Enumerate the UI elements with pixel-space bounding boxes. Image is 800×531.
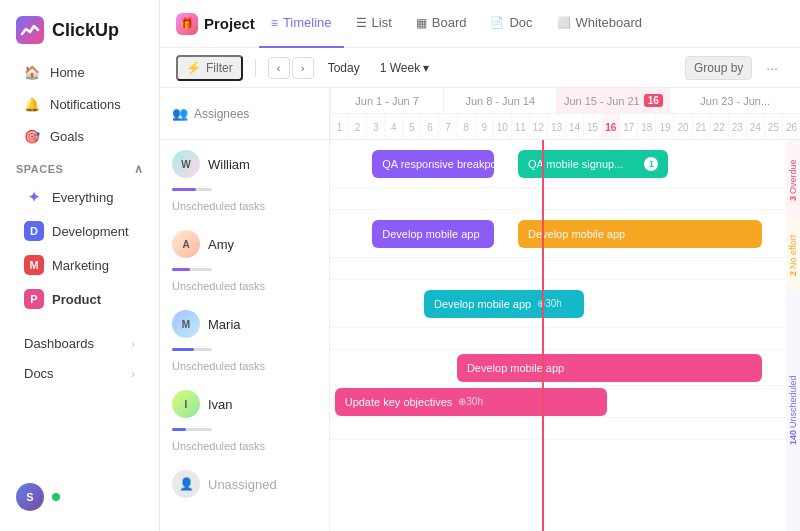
sidebar-item-notifications[interactable]: 🔔 Notifications [8,89,151,119]
maria-progress-bar [172,348,212,351]
prev-date-button[interactable]: ‹ [268,57,290,79]
date-range-1: Jun 1 - Jun 7 [330,88,443,113]
unassigned-name: Unassigned [208,477,277,492]
sidebar-footer: S [0,475,159,519]
list-tab-label: List [372,15,392,30]
ivan-progress-fill [172,428,186,431]
home-label: Home [50,65,85,80]
spaces-header: Spaces ∧ [0,152,159,180]
dashboards-label: Dashboards [24,336,94,351]
tab-board[interactable]: ▦ Board [404,0,479,48]
ivan-task-1[interactable]: Develop mobile app [457,354,763,382]
assignee-maria-row[interactable]: M Maria [160,300,329,348]
maria-unscheduled: Unscheduled tasks [160,357,329,380]
docs-expand-icon: › [131,368,135,380]
day-cell-4: 4 [384,114,402,140]
sidebar-item-everything[interactable]: Everything [8,181,151,213]
amy-unscheduled: Unscheduled tasks [160,277,329,300]
unscheduled-side-label: 140 Unscheduled [786,290,800,531]
maria-task-1-label: Develop mobile app [434,298,531,310]
tab-timeline[interactable]: ≡ Timeline [259,0,344,48]
next-date-button[interactable]: › [292,57,314,79]
goals-label: Goals [50,129,84,144]
day-cell-1: 1 [330,114,348,140]
ivan-name: Ivan [208,397,233,412]
day-cell-24: 24 [746,114,764,140]
today-button[interactable]: Today [322,58,366,78]
ivan-unscheduled: Unscheduled tasks [160,437,329,460]
docs-label: Docs [24,366,54,381]
more-options-button[interactable]: ··· [760,58,784,78]
assignee-amy-row[interactable]: A Amy [160,220,329,268]
toolbar-divider-1 [255,59,256,77]
main-content: 🎁 Project ≡ Timeline ☰ List ▦ Board 📄 Do… [160,0,800,531]
sidebar-item-home[interactable]: 🏠 Home [8,57,151,87]
day-cell-22: 22 [710,114,728,140]
day-cell-14: 14 [565,114,583,140]
overdue-label: 3 Overdue [786,140,800,220]
amy-progress-bar [172,268,212,271]
doc-tab-icon: 📄 [490,16,504,29]
day-cell-11: 11 [511,114,529,140]
william-task-1[interactable]: QA responsive breakpoints ⊕30h [372,150,494,178]
day-cell-17: 17 [619,114,637,140]
amy-task-1[interactable]: Develop mobile app [372,220,494,248]
bell-icon: 🔔 [24,96,40,112]
maria-avatar: M [172,310,200,338]
amy-name: Amy [208,237,234,252]
amy-progress-fill [172,268,190,271]
assignee-ivan-row[interactable]: I Ivan [160,380,329,428]
sidebar-item-product[interactable]: P Product [8,283,151,315]
sidebar-item-marketing[interactable]: M Marketing [8,249,151,281]
gantt-right-panel: Jun 1 - Jun 7 Jun 8 - Jun 14 Jun 15 - Ju… [330,88,800,531]
amy-avatar: A [172,230,200,258]
board-tab-label: Board [432,15,467,30]
assignee-william-row[interactable]: W William [160,140,329,188]
ivan-task-2-row: Update key objectives ⊕30h [330,386,800,418]
everything-label: Everything [52,190,113,205]
sidebar-bottom: Dashboards › Docs › [0,324,159,393]
timeline-tab-label: Timeline [283,15,332,30]
group-by-button[interactable]: Group by [685,56,752,80]
day-cell-10: 10 [493,114,511,140]
spaces-collapse-icon[interactable]: ∧ [134,162,144,176]
william-unscheduled: Unscheduled tasks [160,197,329,220]
tab-whiteboard[interactable]: ⬜ Whiteboard [545,0,654,48]
today-indicator [542,140,544,531]
filter-label: Filter [206,61,233,75]
tab-doc[interactable]: 📄 Doc [478,0,544,48]
filter-button[interactable]: ⚡ Filter [176,55,243,81]
maria-task-1[interactable]: Develop mobile app ⊕30h [424,290,584,318]
sidebar-item-development[interactable]: D Development [8,215,151,247]
amy-unscheduled-row [330,258,800,280]
sidebar-item-dashboards[interactable]: Dashboards › [8,329,151,358]
day-cell-15: 15 [583,114,601,140]
day-cell-25: 25 [764,114,782,140]
marketing-icon: M [24,255,44,275]
ivan-task-2[interactable]: Update key objectives ⊕30h [335,388,608,416]
sidebar-item-docs[interactable]: Docs › [8,359,151,388]
amy-task-2[interactable]: Develop mobile app [518,220,762,248]
user-status-dot [52,493,60,501]
gantt-toolbar: ⚡ Filter ‹ › Today 1 Week ▾ Group by ··· [160,48,800,88]
william-unscheduled-row [330,188,800,210]
gantt-body: QA responsive breakpoints ⊕30h QA mobile… [330,140,800,531]
toolbar-right: Group by ··· [685,56,784,80]
logo-area: ClickUp [0,12,159,56]
whiteboard-tab-label: Whiteboard [576,15,642,30]
assignee-amy: A Amy Unscheduled tasks [160,220,329,300]
assignee-maria: M Maria Unscheduled tasks [160,300,329,380]
day-cell-18: 18 [637,114,655,140]
assignee-unassigned-row[interactable]: 👤 Unassigned [160,460,329,508]
spaces-label: Spaces [16,163,63,175]
ivan-gantt-row: Develop mobile app [330,350,800,386]
sidebar-item-goals[interactable]: 🎯 Goals [8,121,151,151]
week-selector[interactable]: 1 Week ▾ [374,58,435,78]
maria-gantt-row: Develop mobile app ⊕30h [330,280,800,328]
maria-unscheduled-row [330,328,800,350]
william-gantt-row: QA responsive breakpoints ⊕30h QA mobile… [330,140,800,188]
tab-list[interactable]: ☰ List [344,0,404,48]
user-avatar[interactable]: S [16,483,44,511]
day-cell-13: 13 [547,114,565,140]
project-icon: 🎁 [176,13,198,35]
